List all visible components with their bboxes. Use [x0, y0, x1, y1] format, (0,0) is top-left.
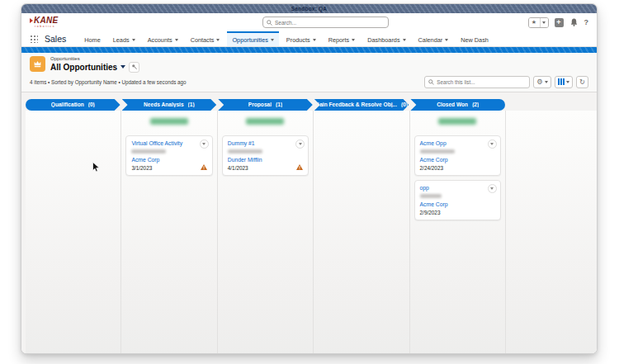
opportunity-card[interactable]: opp Acme Corp 2/9/2023 — [414, 180, 501, 220]
display-as-kanban-button[interactable] — [555, 76, 573, 88]
opportunity-name-link[interactable]: opp — [420, 185, 486, 191]
stage-path-item[interactable]: Needs Analysis (1) — [122, 99, 217, 111]
global-search-input[interactable] — [275, 20, 374, 26]
opportunity-card[interactable]: Dummy #1 Dunder Mifflin 4/1/2023 — [222, 135, 309, 176]
stage-name: Qualification — [51, 102, 84, 107]
account-name-link[interactable]: Acme Corp — [420, 201, 495, 207]
stage-cards: Dummy #1 Dunder Mifflin 4/1/2023 — [218, 135, 313, 176]
kanban-column — [314, 111, 409, 354]
stage-sum — [26, 118, 120, 126]
search-icon — [267, 20, 272, 26]
card-actions-button[interactable] — [295, 139, 305, 149]
nav-tab-label: Contacts — [191, 36, 215, 44]
nav-tab-contacts[interactable]: Contacts — [186, 31, 225, 46]
nav-tab-accounts[interactable]: Accounts — [143, 31, 183, 46]
pin-icon — [131, 64, 138, 70]
nav-tab-leads[interactable]: Leads — [108, 31, 140, 46]
kanban-column: Acme Opp Acme Corp 2/24/2023 opp Acme Co… — [410, 111, 506, 354]
nav-tab-label: Opportunities — [232, 36, 267, 44]
favorites-menu-button[interactable] — [541, 18, 548, 27]
list-search-input[interactable] — [437, 79, 519, 85]
stage-name: Needs Analysis — [144, 102, 184, 107]
nav-tab-home[interactable]: Home — [79, 31, 105, 46]
amount-redacted — [131, 149, 166, 154]
favorite-star-icon[interactable]: ★ — [529, 18, 541, 27]
chevron-down-icon — [545, 81, 548, 83]
close-date: 2/24/2023 — [420, 165, 495, 171]
stage-sum-redacted — [150, 118, 188, 125]
nav-tab-calendar[interactable]: Calendar — [413, 31, 454, 46]
nav-tab-dashboards[interactable]: Dashboards — [362, 31, 410, 46]
global-add-icon[interactable]: + — [555, 18, 564, 27]
nav-tabs: Home Leads Accounts Contacts Opportuniti… — [79, 31, 494, 46]
stage-sum — [410, 118, 505, 126]
notifications-bell-icon[interactable] — [569, 17, 579, 27]
card-actions-button[interactable] — [488, 139, 497, 149]
warning-icon — [296, 164, 303, 170]
entity-label: Opportunities — [50, 56, 139, 62]
opportunity-card[interactable]: Acme Opp Acme Corp 2/24/2023 — [414, 135, 501, 176]
stage-count: (1) — [188, 102, 195, 107]
account-name-link[interactable]: Acme Corp — [131, 157, 206, 163]
card-actions-button[interactable] — [488, 184, 497, 193]
kanban-column — [26, 111, 121, 354]
sandbox-banner-text: Sandbox: QA — [291, 6, 327, 12]
list-meta-text: 4 items • Sorted by Opportunity Name • U… — [30, 79, 187, 85]
nav-tab-label: Products — [286, 36, 310, 44]
kanban-column-empty — [506, 111, 597, 354]
chevron-down-icon[interactable] — [216, 39, 220, 41]
stage-sum-redacted — [438, 118, 476, 125]
chevron-down-icon[interactable] — [403, 39, 406, 41]
opportunity-object-icon — [30, 56, 45, 72]
help-icon[interactable]: ? — [584, 18, 589, 26]
app-launcher-icon[interactable] — [30, 35, 38, 43]
logo-arrow-icon — [30, 18, 33, 23]
account-name-link[interactable]: Acme Corp — [420, 157, 495, 163]
app-name[interactable]: Sales — [45, 34, 66, 44]
opportunity-name-link[interactable]: Dummy #1 — [228, 140, 294, 146]
global-actions: ★ + ? — [528, 17, 589, 28]
chevron-down-icon[interactable] — [132, 39, 135, 41]
list-settings-button[interactable]: ⚙ — [533, 76, 551, 88]
chevron-down-icon[interactable] — [271, 39, 274, 41]
pin-list-button[interactable] — [129, 62, 139, 73]
chevron-down-icon — [490, 187, 494, 190]
nav-tab-opportunities[interactable]: Opportunities — [227, 31, 278, 46]
nav-tab-label: Dashboards — [367, 36, 399, 44]
nav-tab-new-dash[interactable]: New Dash — [456, 31, 494, 46]
favorites-split-button[interactable]: ★ — [528, 17, 549, 28]
chevron-down-icon[interactable] — [445, 39, 448, 41]
app-window: Sandbox: QA KANE robotics ★ + ? Sales — [21, 3, 598, 354]
global-search[interactable] — [262, 17, 389, 28]
chevron-down-icon[interactable] — [352, 39, 355, 41]
list-view-selector-caret[interactable] — [120, 65, 125, 69]
refresh-button[interactable]: ↻ — [576, 76, 588, 88]
card-actions-button[interactable] — [200, 139, 209, 149]
list-view-name[interactable]: All Opportunities — [50, 63, 117, 73]
list-search[interactable] — [424, 76, 530, 88]
stage-path-item[interactable]: Proposal (1) — [218, 99, 313, 111]
account-name-link[interactable]: Dunder Mifflin — [228, 157, 303, 163]
stage-count: (2) — [472, 102, 479, 107]
stage-name: Gain Feedback & Resolve Obj... — [315, 102, 397, 107]
amount-redacted — [420, 149, 455, 154]
opportunity-card[interactable]: Virtual Office Activity Acme Corp 3/1/20… — [125, 135, 212, 176]
close-date: 3/1/2023 — [131, 165, 206, 171]
list-view-header: Opportunities All Opportunities 4 items … — [21, 53, 597, 92]
chevron-down-icon — [566, 81, 569, 83]
chevron-down-icon — [202, 143, 206, 145]
opportunity-name-link[interactable]: Acme Opp — [420, 140, 486, 146]
chevron-down-icon[interactable] — [175, 39, 178, 41]
stage-path: Qualification (0) Needs Analysis (1) Pro… — [26, 99, 505, 111]
stage-path-item[interactable]: Closed Won (2) — [410, 99, 505, 111]
opportunity-name-link[interactable]: Virtual Office Activity — [131, 140, 197, 146]
stage-path-item[interactable]: Qualification (0) — [26, 99, 120, 111]
chevron-down-icon — [490, 143, 494, 145]
stage-cards: Acme Opp Acme Corp 2/24/2023 opp Acme Co… — [410, 135, 505, 220]
kanban-view-icon — [558, 78, 565, 85]
stage-path-item[interactable]: Gain Feedback & Resolve Obj... (0) — [314, 99, 409, 111]
chevron-down-icon[interactable] — [313, 39, 316, 41]
stage-name: Closed Won — [437, 102, 468, 107]
nav-tab-reports[interactable]: Reports — [324, 31, 361, 46]
nav-tab-products[interactable]: Products — [281, 31, 321, 46]
